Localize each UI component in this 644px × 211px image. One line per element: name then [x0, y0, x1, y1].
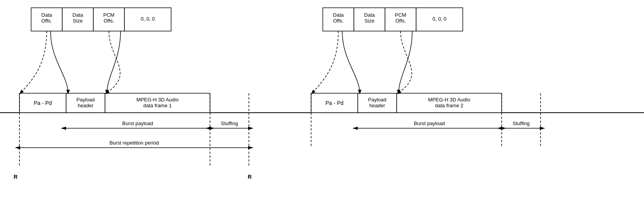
left-header-cell4: 0, 0, 0	[141, 16, 155, 22]
right-stuffing-arrow-right	[540, 127, 545, 130]
right-payload-header: Payload	[368, 97, 387, 103]
right-header-cell3: PCM	[395, 12, 406, 18]
right-header-cell4: 0, 0, 0	[432, 16, 446, 22]
right-burst-arrow-left	[352, 127, 358, 130]
right-stuffing-arrow-left	[497, 127, 502, 130]
left-papd: Pa - Pd	[34, 100, 52, 106]
left-burst-label: Burst payload	[122, 120, 153, 126]
left-mpeg2: data frame 1	[144, 103, 172, 108]
left-r-left: R	[14, 174, 18, 180]
left-brp-arrow-right	[248, 146, 254, 149]
left-header-cell2b: Size	[73, 18, 82, 24]
left-header-cell1b: Offs.	[41, 18, 52, 24]
left-solid1	[51, 31, 68, 93]
right-solid1	[342, 31, 360, 93]
right-header-cell2b: Size	[364, 18, 374, 24]
left-stuffing-arrow-left	[205, 127, 211, 130]
left-stuffing-label: Stuffing	[221, 120, 238, 126]
left-header-cell2: Data	[72, 12, 83, 18]
left-r-right: R	[248, 174, 252, 180]
right-papd: Pa - Pd	[326, 100, 344, 106]
left-header-cell1: Data	[41, 12, 52, 18]
left-header-cell3b: Offs.	[103, 18, 114, 24]
right-mpeg: MPEG-H 3D Audio	[428, 97, 470, 103]
right-stuffing-label: Stuffing	[513, 120, 530, 126]
right-burst-label: Burst payload	[414, 120, 445, 126]
diagram-container: Data Offs. Data Size PCM Offs. 0, 0, 0 P…	[0, 0, 644, 211]
right-solid2	[399, 31, 412, 93]
left-brp-label: Burst repetition period	[109, 140, 159, 146]
left-payload-header: Payload	[77, 97, 95, 103]
right-dashed1	[312, 31, 338, 93]
right-mpeg2: data frame 2	[435, 103, 464, 108]
left-payload-header2: header	[78, 103, 94, 108]
left-dashed1	[20, 31, 47, 93]
right-header-cell1: Data	[333, 12, 344, 18]
diagram-svg: Data Offs. Data Size PCM Offs. 0, 0, 0 P…	[0, 0, 644, 211]
left-solid2	[107, 31, 121, 93]
left-header-cell3: PCM	[103, 12, 115, 18]
left-brp-arrow-left	[15, 146, 20, 149]
right-header-cell1b: Offs.	[333, 18, 343, 24]
right-payload-header2: header	[369, 103, 385, 108]
left-mpeg: MPEG-H 3D Audio	[136, 97, 178, 103]
right-header-cell2: Data	[364, 12, 375, 18]
left-stuffing-arrow-right	[248, 127, 254, 130]
right-header-cell3b: Offs.	[395, 18, 406, 24]
left-burst-arrow-left	[61, 127, 66, 130]
